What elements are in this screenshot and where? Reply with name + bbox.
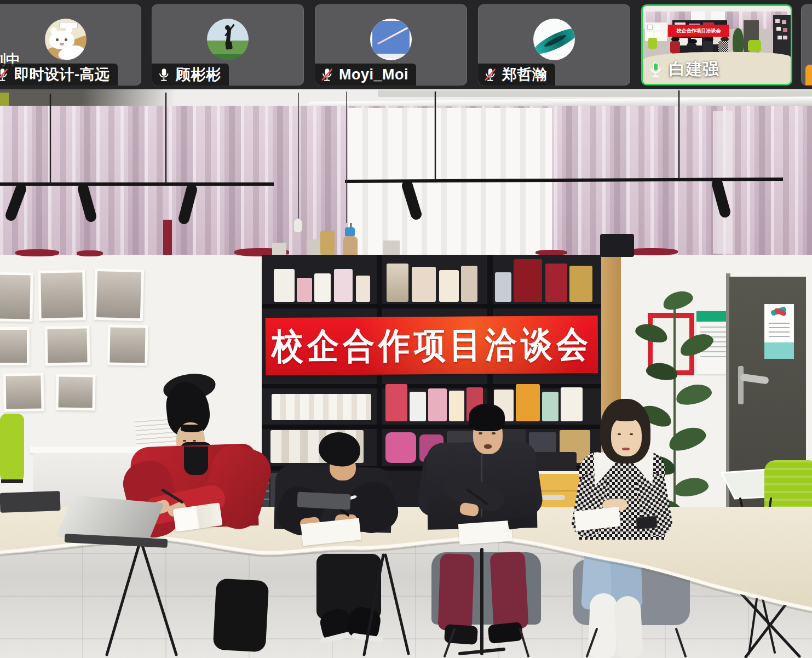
participant-tile-6-partial[interactable] (801, 4, 812, 85)
p4-mouth (622, 448, 630, 450)
gray-device (297, 491, 350, 510)
dark-laptop-left (0, 491, 61, 513)
mic-on-icon (157, 67, 171, 82)
p3-mouth-speaking (484, 444, 492, 449)
mic-speaking-icon (647, 61, 664, 78)
participant-tile-5-active[interactable]: 校企合作项目洽谈会 白建强 (641, 4, 792, 85)
participant-name: 即时设计-高远 (14, 65, 110, 84)
name-label: 白建强 (647, 58, 719, 81)
orange-avatar-partial-icon (805, 65, 812, 85)
p3-hair (469, 404, 505, 431)
name-label: Moyi_Moi (315, 64, 416, 85)
name-label: 顾彬彬 (152, 64, 229, 85)
participant-name: Moyi_Moi (339, 66, 408, 83)
teal-brush-avatar-icon (533, 19, 575, 60)
meeting-app-window: 刘中 即时设计-高远 (0, 0, 812, 658)
participant-tile-3[interactable]: Moyi_Moi (315, 4, 467, 85)
participant-tile-1[interactable]: 刘中 即时设计-高远 (0, 4, 141, 85)
participant-strip: 刘中 即时设计-高远 (0, 0, 812, 89)
name-label: 即时设计-高远 (0, 64, 118, 85)
participant-tile-4[interactable]: 郑哲瀚 (478, 4, 630, 85)
mic-muted-icon (0, 67, 9, 82)
participant-name: 郑哲瀚 (502, 65, 548, 84)
blue-abstract-avatar-icon (370, 19, 412, 60)
p4-phone (636, 516, 658, 529)
meeting-table (0, 89, 812, 658)
p4-face (611, 417, 642, 456)
mic-muted-icon (483, 67, 497, 82)
mini-banner-text: 校企合作项目洽谈会 (677, 27, 721, 35)
participant-tile-2[interactable]: 顾彬彬 (152, 4, 304, 85)
cat-photo-avatar-icon (45, 19, 87, 60)
participant-name: 白建强 (669, 58, 719, 81)
participant-name: 顾彬彬 (176, 65, 221, 84)
golfer-photo-avatar-icon (207, 19, 249, 60)
main-video[interactable]: 校企合作项目洽谈会 (0, 89, 812, 658)
p3-paper (458, 520, 512, 545)
mic-muted-icon (320, 67, 334, 82)
name-label: 郑哲瀚 (478, 64, 555, 85)
